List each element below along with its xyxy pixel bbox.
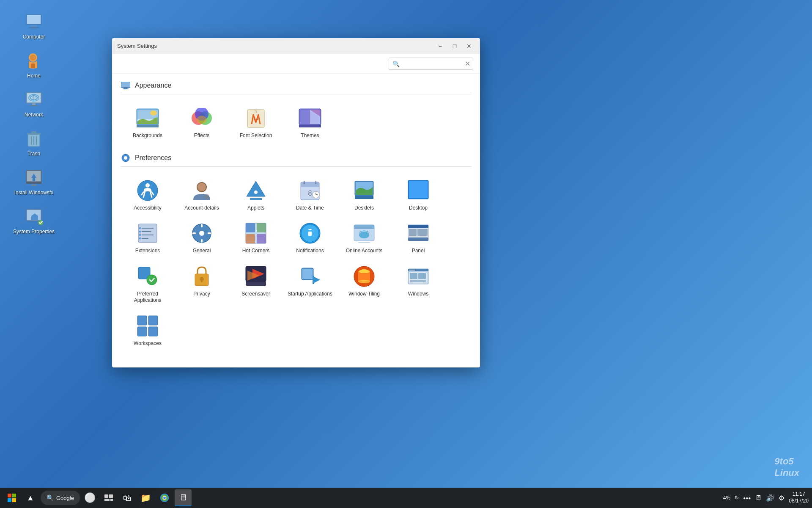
grid-item-window-tiling[interactable]: Window Tiling (337, 260, 391, 309)
grid-item-screensaver[interactable]: Screensaver (229, 260, 283, 309)
desktop-icon-network[interactable]: Network (4, 86, 63, 121)
search-clear-button[interactable]: ✕ (465, 60, 470, 68)
applets-label: Applets (247, 205, 264, 212)
svg-text:A: A (254, 109, 258, 114)
notifications-icon (298, 221, 322, 245)
preferences-section-icon (121, 153, 131, 163)
grid-item-privacy[interactable]: Privacy (175, 260, 229, 309)
grid-item-accessibility[interactable]: Accessibility (121, 174, 175, 217)
svg-rect-82 (201, 239, 203, 243)
desktop-label: Desktop (409, 205, 428, 212)
minimize-button[interactable]: − (434, 41, 446, 51)
svg-point-34 (150, 110, 157, 116)
accessibility-label: Accessibility (134, 205, 161, 212)
svg-point-55 (254, 190, 258, 194)
search-box[interactable]: 🔍 ✕ (389, 58, 473, 70)
svg-rect-23 (31, 185, 36, 186)
grid-item-preferred-applications[interactable]: Preferred Applications (121, 260, 175, 309)
start-button[interactable] (3, 489, 20, 506)
svg-rect-124 (418, 273, 426, 279)
extensions-icon (136, 221, 159, 245)
svg-rect-123 (410, 273, 417, 279)
svg-rect-22 (26, 182, 41, 184)
grid-item-effects[interactable]: Effects (175, 101, 229, 144)
grid-item-notifications[interactable]: Notifications (283, 216, 337, 260)
svg-point-75 (139, 227, 141, 229)
grid-item-workspaces[interactable]: Workspaces (121, 309, 175, 352)
grid-item-online-accounts[interactable]: Online Accounts (337, 216, 391, 260)
svg-rect-88 (246, 234, 255, 243)
account-details-label: Account details (184, 205, 219, 212)
svg-point-51 (145, 183, 150, 188)
taskbar-task-view[interactable] (100, 489, 117, 506)
taskbar-up-arrow[interactable]: ▲ (22, 489, 39, 506)
account-details-icon (190, 179, 214, 202)
search-input[interactable] (401, 61, 465, 67)
maximize-button[interactable]: □ (449, 41, 461, 51)
grid-item-themes[interactable]: Themes (283, 101, 337, 144)
desktop-icon-install[interactable]: Install Windowsfx (4, 164, 63, 199)
section-appearance: Appearance (121, 80, 472, 144)
backgrounds-label: Backgrounds (133, 133, 162, 139)
grid-item-panel[interactable]: Panel (391, 216, 445, 260)
svg-rect-12 (32, 103, 36, 105)
appearance-section-header: Appearance (121, 80, 472, 94)
grid-item-applets[interactable]: Applets (229, 174, 283, 217)
svg-rect-102 (409, 229, 417, 236)
clock-date: 08/17/20 (789, 498, 809, 505)
preferred-applications-icon (136, 265, 159, 288)
svg-point-118 (358, 280, 370, 283)
grid-item-startup-applications[interactable]: Startup Applications (283, 260, 337, 309)
hot-corners-icon (244, 221, 268, 245)
desktop-icon-system-properties[interactable]: System Properties (4, 203, 63, 238)
screensaver-icon (244, 265, 268, 288)
svg-rect-129 (148, 327, 158, 336)
window-title: System Settings (117, 43, 434, 49)
grid-item-desklets[interactable]: Desklets (337, 174, 391, 217)
svg-point-53 (198, 183, 206, 191)
clock-time: 11:17 (789, 491, 809, 498)
desklets-label: Desklets (354, 205, 374, 212)
grid-item-account-details[interactable]: Account details (175, 174, 229, 217)
window-content: Appearance (112, 74, 480, 367)
grid-item-hot-corners[interactable]: Hot Corners (229, 216, 283, 260)
taskbar-store[interactable]: 🛍 (119, 489, 136, 506)
taskbar-system-tray: 4% ↻ ●●● 🖥 🔊 ⚙ 11:17 08/17/20 (723, 491, 809, 504)
svg-point-80 (199, 231, 204, 236)
grid-item-backgrounds[interactable]: Backgrounds (121, 101, 175, 144)
svg-rect-134 (104, 494, 108, 498)
taskbar-browser[interactable] (156, 489, 173, 506)
grid-item-date-time[interactable]: 8 Date & Time (283, 174, 337, 217)
taskbar-cortana[interactable]: ⚪ (82, 489, 99, 506)
panel-label: Panel (412, 248, 425, 254)
grid-item-font-selection[interactable]: A Font Selection (229, 101, 283, 144)
desktop-icon-trash[interactable]: Trash (4, 125, 63, 160)
grid-item-general[interactable]: General (175, 216, 229, 260)
desktop-icon-computer[interactable]: Computer (4, 8, 63, 43)
svg-rect-58 (301, 185, 319, 187)
backgrounds-icon (136, 106, 159, 130)
svg-rect-136 (104, 499, 110, 501)
svg-point-76 (139, 231, 141, 232)
grid-item-windows[interactable]: Windows (391, 260, 445, 309)
svg-point-77 (139, 234, 141, 236)
system-settings-window: System Settings − □ ✕ 🔍 ✕ (112, 38, 480, 367)
svg-rect-47 (299, 125, 321, 127)
grid-item-desktop[interactable]: Desktop (391, 174, 445, 217)
window-titlebar: System Settings − □ ✕ (112, 38, 480, 54)
workspaces-label: Workspaces (134, 340, 162, 347)
taskbar-file-manager[interactable]: 📁 (137, 489, 154, 506)
svg-rect-112 (246, 282, 266, 286)
svg-rect-133 (12, 498, 16, 502)
grid-item-extensions[interactable]: Extensions (121, 216, 175, 260)
svg-rect-116 (313, 276, 314, 284)
network-icon: 🖥 (755, 494, 762, 502)
preferences-section-title: Preferences (135, 154, 171, 162)
svg-point-105 (147, 275, 157, 285)
desktop-icon-home[interactable]: Home (4, 47, 63, 82)
taskbar-search[interactable]: 🔍 Google (41, 491, 80, 505)
close-button[interactable]: ✕ (463, 41, 475, 51)
notifications-label: Notifications (296, 248, 324, 254)
svg-rect-28 (121, 82, 130, 87)
taskbar-active-app[interactable]: 🖥 (175, 489, 192, 506)
